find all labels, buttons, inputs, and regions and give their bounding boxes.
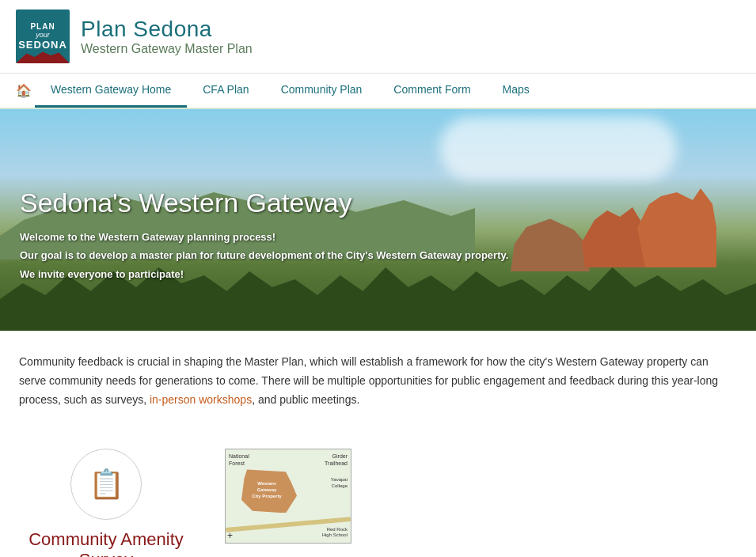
intro-paragraph: Community feedback is crucial in shaping… bbox=[19, 353, 737, 409]
hero-clouds bbox=[439, 117, 677, 180]
logo[interactable]: PLAN your SEDONA bbox=[16, 9, 70, 63]
logo-mountain-icon bbox=[16, 49, 70, 63]
survey-block[interactable]: 📋 Community Amenity Survey bbox=[19, 449, 193, 557]
logo-plan-text: PLAN bbox=[30, 22, 55, 31]
hero-rocks bbox=[519, 172, 716, 275]
map-thumbnail[interactable]: NationalForest GirderTrailhead WesternGa… bbox=[225, 449, 351, 544]
map-national-forest-label: NationalForest bbox=[229, 453, 249, 467]
hero-text: Welcome to the Western Gateway planning … bbox=[20, 228, 508, 283]
logo-sedona-text: SEDONA bbox=[18, 39, 67, 51]
map-college-label: YavapaiCollege bbox=[331, 477, 348, 488]
bottom-section: 📋 Community Amenity Survey NationalFores… bbox=[0, 449, 756, 557]
highlight-surveys: in-person workshops bbox=[150, 393, 252, 406]
nav-community-plan[interactable]: Community Plan bbox=[265, 74, 378, 108]
survey-icon-circle: 📋 bbox=[70, 449, 142, 520]
map-school-label: Red RockHigh School bbox=[322, 527, 348, 538]
site-header: PLAN your SEDONA Plan Sedona Western Gat… bbox=[0, 0, 756, 74]
hero-section: Sedona's Western Gateway Welcome to the … bbox=[0, 109, 756, 331]
hero-title: Sedona's Western Gateway bbox=[20, 188, 508, 218]
site-subtitle: Western Gateway Master Plan bbox=[81, 42, 253, 56]
map-parcel-label: WesternGatewayCity Property bbox=[243, 481, 291, 499]
map-girder-trailhead-label: GirderTrailhead bbox=[325, 453, 348, 467]
nav-cfa-plan[interactable]: CFA Plan bbox=[187, 74, 264, 108]
survey-clipboard-icon: 📋 bbox=[89, 468, 124, 501]
nav-western-gateway-home[interactable]: Western Gateway Home bbox=[35, 74, 187, 108]
nav-comment-form[interactable]: Comment Form bbox=[378, 74, 486, 108]
hero-line2: Our goal is to develop a master plan for… bbox=[20, 246, 508, 264]
hero-line1: Welcome to the Western Gateway planning … bbox=[20, 228, 508, 246]
site-title: Plan Sedona bbox=[81, 17, 253, 42]
hero-content: Sedona's Western Gateway Welcome to the … bbox=[20, 188, 508, 283]
content-area: Community feedback is crucial in shaping… bbox=[0, 331, 756, 449]
rock-middle bbox=[582, 204, 645, 267]
rock-right bbox=[637, 188, 716, 267]
header-titles: Plan Sedona Western Gateway Master Plan bbox=[81, 17, 253, 56]
logo-your-text: your bbox=[36, 31, 50, 39]
home-icon: 🏠 bbox=[16, 83, 32, 98]
nav-maps[interactable]: Maps bbox=[487, 74, 545, 108]
survey-title: Community Amenity Survey bbox=[19, 529, 193, 557]
hero-line3: We invite everyone to participate! bbox=[20, 265, 508, 283]
rock-left bbox=[511, 216, 590, 271]
map-plus-icon: + bbox=[227, 530, 233, 541]
main-nav: 🏠 Western Gateway Home CFA Plan Communit… bbox=[0, 74, 756, 109]
